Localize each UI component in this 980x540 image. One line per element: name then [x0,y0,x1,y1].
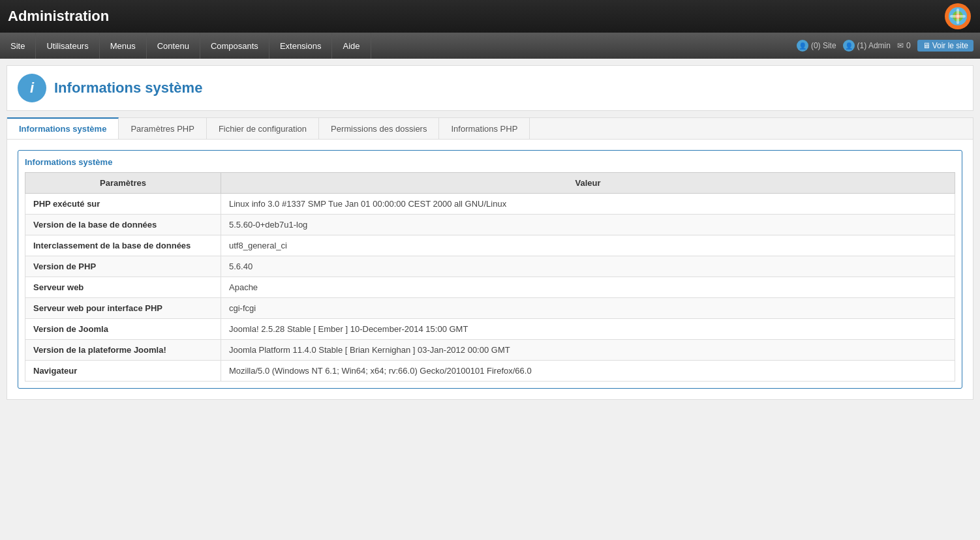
param-cell: Version de PHP [25,256,221,277]
tab-fichier-configuration[interactable]: Fichier de configuration [207,118,319,139]
nav-item-extensions[interactable]: Extensions [269,33,333,59]
messages-indicator: ✉ 0 [897,41,911,50]
nav-item-menus[interactable]: Menus [100,33,147,59]
nav-item-contenu[interactable]: Contenu [147,33,200,59]
info-table: Paramètres Valeur PHP exécuté surLinux i… [25,172,955,382]
param-cell: Version de la plateforme Joomla! [25,340,221,361]
value-cell: cgi-fcgi [221,298,955,319]
value-cell: Apache [221,277,955,298]
value-cell: utf8_general_ci [221,235,955,256]
page-title-icon: i [18,74,46,102]
page-title-bar: i Informations système [7,65,973,111]
admin-user-icon: 👤 [843,40,855,52]
svg-rect-5 [957,8,959,24]
admin-users-indicator: 👤 (1) Admin [843,40,891,52]
header-title: Administration [8,8,109,25]
messages-count: 0 [906,41,911,50]
value-cell: Mozilla/5.0 (Windows NT 6.1; Win64; x64;… [221,361,955,382]
content: i Informations système Informations syst… [0,59,980,406]
tab-informations-php[interactable]: Informations PHP [439,118,530,139]
nav-item-composants[interactable]: Composants [200,33,269,59]
value-cell: 5.6.40 [221,256,955,277]
page-title: Informations système [54,80,202,97]
value-cell: 5.5.60-0+deb7u1-log [221,215,955,235]
view-site-label: Voir le site [932,41,968,50]
tab-parametres-php[interactable]: Paramètres PHP [119,118,207,139]
site-users-indicator: 👤 (0) Site [797,40,836,52]
table-row: PHP exécuté surLinux info 3.0 #1337 SMP … [25,194,955,215]
navbar-left: Site Utilisateurs Menus Contenu Composan… [0,33,371,59]
site-user-icon: 👤 [797,40,808,52]
header: Administration [0,0,980,33]
main-panel: Informations système Paramètres Valeur P… [7,139,973,400]
navbar-right: 👤 (0) Site 👤 (1) Admin ✉ 0 🖥 Voir le sit… [790,33,980,59]
param-cell: Navigateur [25,361,221,382]
table-body: PHP exécuté surLinux info 3.0 #1337 SMP … [25,194,955,382]
table-row: Version de PHP5.6.40 [25,256,955,277]
col-value-header: Valeur [221,173,955,194]
col-param-header: Paramètres [25,173,221,194]
value-cell: Linux info 3.0 #1337 SMP Tue Jan 01 00:0… [221,194,955,215]
table-row: Interclassement de la base de donnéesutf… [25,235,955,256]
admin-users-count: (1) Admin [857,41,891,50]
nav-item-site[interactable]: Site [0,33,36,59]
section-box: Informations système Paramètres Valeur P… [18,150,962,389]
messages-icon: ✉ [897,41,904,50]
value-cell: Joomla! 2.5.28 Stable [ Ember ] 10-Decem… [221,319,955,340]
nav-item-aide[interactable]: Aide [332,33,371,59]
param-cell: Serveur web pour interface PHP [25,298,221,319]
param-cell: Interclassement de la base de données [25,235,221,256]
value-cell: Joomla Platform 11.4.0 Stable [ Brian Ke… [221,340,955,361]
view-site-icon: 🖥 [923,41,930,50]
tab-bar: Informations système Paramètres PHP Fich… [7,117,973,139]
view-site-button[interactable]: 🖥 Voir le site [917,40,973,52]
param-cell: Version de la base de données [25,215,221,235]
table-row: NavigateurMozilla/5.0 (Windows NT 6.1; W… [25,361,955,382]
param-cell: Serveur web [25,277,221,298]
param-cell: PHP exécuté sur [25,194,221,215]
navbar: Site Utilisateurs Menus Contenu Composan… [0,33,980,59]
joomla-logo-icon [943,2,972,31]
param-cell: Version de Joomla [25,319,221,340]
tab-informations-systeme[interactable]: Informations système [7,117,119,139]
table-row: Serveur web pour interface PHPcgi-fcgi [25,298,955,319]
header-logo [943,2,972,31]
site-users-count: (0) Site [811,41,836,50]
table-row: Version de la plateforme Joomla!Joomla P… [25,340,955,361]
nav-item-utilisateurs[interactable]: Utilisateurs [36,33,99,59]
section-box-title: Informations système [25,157,955,167]
table-row: Version de la base de données5.5.60-0+de… [25,215,955,235]
page-icon-letter: i [30,80,34,97]
table-row: Version de JoomlaJoomla! 2.5.28 Stable [… [25,319,955,340]
table-row: Serveur webApache [25,277,955,298]
tab-permissions-dossiers[interactable]: Permissions des dossiers [319,118,439,139]
